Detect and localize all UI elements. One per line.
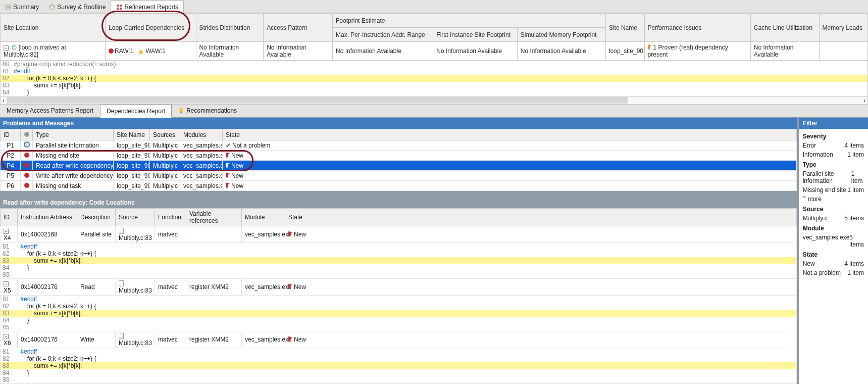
code-locations-header: Read after write dependency: Code Locati… — [0, 197, 797, 208]
col-site-location[interactable]: Site Location — [1, 14, 106, 42]
col-mem[interactable]: Memory Loads — [819, 14, 867, 42]
info-icon — [24, 141, 30, 148]
pm-src: Multiply.c — [150, 161, 180, 171]
cl-src: Multiply.c:83 — [116, 226, 155, 243]
filter-type-psi[interactable]: Parallel site information1 item — [803, 169, 864, 185]
pm-col-sev[interactable] — [21, 129, 33, 140]
error-dot-icon — [24, 173, 29, 178]
cl-state: New — [285, 331, 797, 348]
flag-icon — [288, 336, 292, 342]
cl-func: matvec — [155, 331, 186, 348]
cl-addr: 0x140002176 — [18, 279, 77, 296]
filter-group-state: State — [803, 249, 864, 259]
cl-id: −X6 — [1, 331, 18, 348]
table-row[interactable]: −X60x140002176WriteMultiply.c:83matvecre… — [1, 331, 797, 348]
col-access[interactable]: Access Pattern — [264, 14, 333, 42]
tab-summary-label: Summary — [13, 4, 39, 11]
pm-col-src[interactable]: Sources — [150, 129, 180, 140]
collapse-icon[interactable]: − — [4, 334, 9, 339]
pm-col-site[interactable]: Site Name — [114, 129, 150, 140]
col-site-name[interactable]: Site Name — [605, 14, 644, 42]
pm-col-id[interactable]: ID — [1, 129, 21, 140]
col-fp-first[interactable]: First Instance Site Footprint — [433, 28, 517, 42]
raw-badge: RAW:1 — [115, 47, 133, 55]
tab-dep-report[interactable]: Dependencies Report — [100, 105, 172, 118]
filter-panel: Filter Severity Error4 items Information… — [797, 118, 868, 384]
table-row[interactable]: P1Parallel site informationloop_site_90M… — [1, 140, 797, 151]
table-row[interactable]: P4Read after write dependencyloop_site_9… — [1, 161, 797, 171]
table-row[interactable]: −X50x140002176ReadMultiply.c:83matvecreg… — [1, 279, 797, 296]
tab-refinement-label: Refinement Reports — [124, 4, 178, 11]
pm-src: Multiply.c — [150, 151, 180, 161]
scroll-left-icon[interactable]: ‹ — [1, 98, 7, 104]
col-strides[interactable]: Strides Distribution — [196, 14, 264, 42]
tab-map-report[interactable]: Memory Access Patterns Report — [0, 104, 100, 117]
cl-col-var[interactable]: Variable references — [186, 209, 242, 226]
col-fp-sim[interactable]: Simulated Memory Footprint — [517, 28, 605, 42]
pm-col-type[interactable]: Type — [33, 129, 114, 140]
cl-var: register XMM2 — [186, 279, 242, 296]
code-line: #pragma omp simd reduction(+:sumx) — [14, 61, 116, 68]
scroll-right-icon[interactable]: › — [861, 98, 867, 104]
pm-state: New — [223, 151, 797, 161]
col-footprint[interactable]: Footprint Estimate — [333, 14, 606, 28]
tab-roofline[interactable]: Survey & Roofline — [44, 1, 111, 13]
table-row[interactable]: P5Write after write dependencyloop_site_… — [1, 171, 797, 181]
filter-type-mes[interactable]: Missing end site1 item — [803, 185, 864, 195]
pm-col-state[interactable]: State — [223, 129, 797, 140]
refinement-row[interactable]: − [loop in matvec at Multiply.c:82] RAW:… — [1, 42, 868, 61]
cl-col-func[interactable]: Function — [155, 209, 186, 226]
lightbulb-icon — [178, 108, 184, 114]
col-cache[interactable]: Cache Line Utilization — [750, 14, 819, 42]
cl-col-id[interactable]: ID — [1, 209, 18, 226]
splitter-bar[interactable] — [0, 191, 797, 197]
col-loop-dep[interactable]: Loop-Carried Dependencies — [106, 14, 196, 42]
cl-col-mod[interactable]: Module — [242, 209, 285, 226]
collapse-icon[interactable]: − — [4, 281, 9, 286]
tab-roofline-label: Survey & Roofline — [57, 4, 106, 11]
table-row[interactable]: P2Missing end siteloop_site_90Multiply.c… — [1, 151, 797, 161]
code-line: } — [14, 89, 29, 96]
filter-src-multiply[interactable]: Multiply.c5 items — [803, 214, 864, 223]
cl-col-addr[interactable]: Instruction Address — [18, 209, 77, 226]
horizontal-scrollbar[interactable]: ‹ › — [0, 96, 868, 105]
pm-src: Multiply.c — [150, 140, 180, 151]
table-row[interactable]: P6Missing end taskloop_site_90Multiply.c… — [1, 181, 797, 191]
flag-icon — [226, 173, 230, 178]
pm-mod: vec_samples.exe — [180, 140, 223, 151]
pm-col-mod[interactable]: Modules — [180, 129, 223, 140]
filter-state-nap[interactable]: Not a problem1 item — [803, 268, 864, 277]
cl-addr: 0x140002176 — [18, 331, 77, 348]
filter-mod-vec[interactable]: vec_samples.exe5 items — [803, 233, 864, 249]
cl-id: −X5 — [1, 279, 18, 296]
collapse-icon[interactable]: − — [4, 45, 9, 51]
tab-summary[interactable]: Summary — [0, 1, 44, 13]
filter-group-type: Type — [803, 159, 864, 169]
cell-site-location: − [loop in matvec at Multiply.c:82] — [1, 42, 106, 61]
cl-mod: vec_samples.exe — [242, 331, 285, 348]
cell-fp-max: No Information Available — [333, 42, 433, 61]
pm-id: P2 — [1, 151, 21, 161]
tab-recommendations[interactable]: Recommendations — [172, 104, 243, 117]
svg-rect-10 — [180, 112, 182, 113]
tab-refinement[interactable]: Refinement Reports — [111, 1, 184, 13]
col-fp-max[interactable]: Max. Per-Instruction Addr. Range — [333, 28, 433, 42]
cell-cache: No Information Available — [750, 42, 819, 61]
pm-type: Read after write dependency — [33, 161, 114, 171]
loop-icon — [12, 45, 17, 50]
filter-state-new[interactable]: New4 items — [803, 259, 864, 268]
collapse-icon[interactable]: − — [4, 229, 9, 234]
scroll-thumb[interactable] — [7, 97, 628, 104]
pm-mod: vec_samples.exe — [180, 181, 223, 191]
filter-sev-error[interactable]: Error4 items — [803, 141, 864, 150]
cl-col-desc[interactable]: Description — [77, 209, 116, 226]
roofline-icon — [49, 4, 55, 10]
filter-more[interactable]: more — [803, 195, 864, 204]
col-perf[interactable]: Performance Issues — [644, 14, 750, 42]
code-preview-top: 80#pragma omp simd reduction(+:sumx) 81#… — [0, 61, 868, 96]
filter-sev-info[interactable]: Information1 item — [803, 150, 864, 159]
pm-site: loop_site_90 — [114, 181, 150, 191]
cl-col-src[interactable]: Source — [116, 209, 155, 226]
cl-col-state[interactable]: State — [285, 209, 797, 226]
table-row[interactable]: −X40x140002168Parallel siteMultiply.c:83… — [1, 226, 797, 243]
